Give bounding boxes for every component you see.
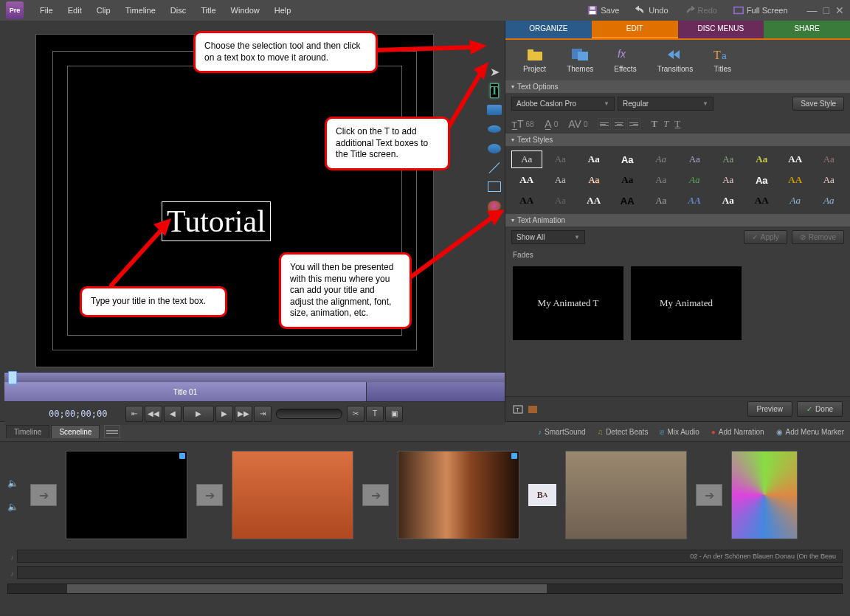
save-style-button[interactable]: Save Style bbox=[792, 97, 844, 111]
menu-file[interactable]: File bbox=[32, 3, 61, 18]
close-button[interactable]: ✕ bbox=[835, 4, 844, 16]
frame-fwd-button[interactable]: ▶ bbox=[215, 406, 233, 422]
style-swatch[interactable]: AA bbox=[780, 171, 811, 189]
menu-clip[interactable]: Clip bbox=[89, 3, 118, 18]
shuttle-slider[interactable] bbox=[276, 409, 342, 419]
tab-disc-menus[interactable]: DISC MENUS bbox=[678, 21, 764, 38]
template-icon[interactable] bbox=[528, 404, 538, 415]
style-swatch[interactable]: Aa bbox=[713, 171, 744, 189]
themes-button[interactable]: Themes bbox=[567, 47, 593, 73]
style-swatch[interactable]: AA bbox=[747, 192, 778, 210]
transition-slot[interactable]: ➔ bbox=[196, 484, 223, 506]
style-swatch[interactable]: AA bbox=[511, 171, 542, 189]
scroll-thumb[interactable] bbox=[67, 584, 547, 593]
remove-animation-button[interactable]: ⊘Remove bbox=[792, 230, 844, 244]
menu-help[interactable]: Help bbox=[267, 3, 299, 18]
titles-button[interactable]: TaTitles bbox=[713, 47, 731, 73]
style-swatch[interactable]: Aa bbox=[511, 150, 542, 168]
fullscreen-button[interactable]: Full Screen bbox=[728, 3, 794, 18]
style-swatch[interactable]: Aa bbox=[680, 150, 711, 168]
style-swatch[interactable]: Aa bbox=[680, 171, 711, 189]
undo-button[interactable]: Undo bbox=[629, 3, 674, 18]
style-swatch[interactable]: Aa bbox=[545, 192, 576, 210]
style-swatch[interactable]: Aa bbox=[612, 171, 643, 189]
freeze-frame-button[interactable]: ▣ bbox=[385, 406, 403, 422]
style-swatch[interactable]: AA bbox=[612, 192, 643, 210]
timeline-tab[interactable]: Timeline bbox=[6, 425, 49, 438]
style-swatch[interactable]: Aa bbox=[747, 171, 778, 189]
leading-field[interactable]: AV0 bbox=[568, 118, 587, 130]
rounded-rect-tool[interactable] bbox=[486, 140, 502, 156]
style-swatch[interactable]: AA bbox=[578, 192, 609, 210]
font-size-field[interactable]: т̲T68 bbox=[511, 118, 534, 130]
align-center[interactable] bbox=[612, 118, 626, 130]
scene-thumb-3[interactable] bbox=[398, 451, 519, 539]
narration-track[interactable]: 02 - An der Schönen Blauen Donau (On the… bbox=[17, 550, 843, 563]
text-options-header[interactable]: Text Options bbox=[505, 80, 850, 93]
menu-title[interactable]: Title bbox=[193, 3, 223, 18]
scene-thumb-2[interactable] bbox=[232, 451, 353, 539]
text-styles-header[interactable]: Text Styles bbox=[505, 134, 850, 146]
preview-button[interactable]: Preview bbox=[747, 401, 793, 417]
save-button[interactable]: Save bbox=[581, 3, 625, 18]
effects-button[interactable]: fxEffects bbox=[614, 47, 636, 73]
style-swatch[interactable]: Aa bbox=[814, 192, 845, 210]
transition-slot[interactable]: ➔ bbox=[362, 484, 389, 506]
style-swatch[interactable]: Aa bbox=[713, 150, 744, 168]
menu-edit[interactable]: Edit bbox=[61, 3, 89, 18]
add-narration-button[interactable]: ●Add Narration bbox=[711, 428, 764, 436]
style-swatch[interactable]: AA bbox=[780, 150, 811, 168]
style-swatch[interactable]: Aa bbox=[747, 150, 778, 168]
apply-animation-button[interactable]: ✓Apply bbox=[744, 230, 787, 244]
step-fwd-button[interactable]: ▶▶ bbox=[235, 406, 252, 422]
animation-preview-2[interactable]: My Animated bbox=[631, 266, 742, 340]
scene-thumb-4[interactable] bbox=[565, 451, 687, 539]
style-swatch[interactable]: Aa bbox=[814, 150, 845, 168]
bold-button[interactable]: T bbox=[651, 118, 657, 130]
style-swatch[interactable]: AA bbox=[511, 192, 542, 210]
font-family-dropdown[interactable]: Adobe Caslon Pro▼ bbox=[511, 97, 615, 111]
tab-share[interactable]: SHARE bbox=[764, 21, 850, 38]
mini-timeline-ruler[interactable] bbox=[4, 372, 505, 382]
fit-tool[interactable] bbox=[486, 179, 502, 195]
frame-back-button[interactable]: ◀ bbox=[164, 406, 182, 422]
minimize-button[interactable]: — bbox=[807, 4, 818, 16]
animation-filter-dropdown[interactable]: Show All▼ bbox=[511, 230, 585, 244]
transition-slot[interactable]: ➔ bbox=[696, 484, 722, 506]
speaker-icon[interactable]: 🔈 bbox=[7, 478, 18, 488]
style-swatch[interactable]: Aa bbox=[545, 150, 576, 168]
scene-thumb-1[interactable] bbox=[66, 451, 187, 539]
goto-out-button[interactable]: ⇥ bbox=[254, 406, 272, 422]
align-right[interactable] bbox=[627, 118, 640, 130]
style-swatch[interactable]: Aa bbox=[713, 192, 744, 210]
style-swatch[interactable]: Aa bbox=[646, 171, 677, 189]
transitions-button[interactable]: Transitions bbox=[657, 47, 694, 73]
new-title-icon[interactable]: T bbox=[513, 404, 523, 415]
style-swatch[interactable]: Aa bbox=[612, 150, 643, 168]
transition-applied[interactable]: BA bbox=[528, 484, 556, 506]
align-left[interactable] bbox=[598, 118, 611, 130]
detect-beats-button[interactable]: ♫Detect Beats bbox=[598, 428, 649, 436]
add-text-button[interactable]: T bbox=[366, 406, 384, 422]
style-swatch[interactable]: Aa bbox=[578, 150, 609, 168]
text-animation-header[interactable]: Text Animation bbox=[505, 214, 850, 226]
scene-thumb-5[interactable] bbox=[731, 451, 798, 539]
line-tool[interactable] bbox=[486, 159, 502, 176]
play-button[interactable]: ▶ bbox=[183, 406, 214, 422]
panel-options-button[interactable] bbox=[104, 425, 120, 438]
style-swatch[interactable]: Aa bbox=[646, 192, 677, 210]
title-text-box[interactable]: Tutorial bbox=[162, 201, 271, 241]
tab-edit[interactable]: EDIT bbox=[592, 21, 678, 38]
goto-in-button[interactable]: ⇤ bbox=[125, 406, 143, 422]
done-button[interactable]: ✓Done bbox=[797, 401, 843, 417]
smartsound-button[interactable]: ♪SmartSound bbox=[538, 428, 586, 436]
tab-organize[interactable]: ORGANIZE bbox=[505, 21, 592, 38]
mix-audio-button[interactable]: ⎚Mix Audio bbox=[660, 428, 699, 436]
clip-title01[interactable]: Title 01 bbox=[4, 382, 366, 401]
kerning-field[interactable]: A̲0 bbox=[545, 118, 559, 130]
transition-slot[interactable]: ➔ bbox=[30, 484, 57, 506]
add-menu-marker-button[interactable]: ◉Add Menu Marker bbox=[776, 428, 844, 436]
speaker-icon[interactable]: 🔈 bbox=[7, 502, 18, 512]
style-swatch[interactable]: Aa bbox=[780, 192, 811, 210]
sceneline-tab[interactable]: Sceneline bbox=[51, 425, 100, 438]
